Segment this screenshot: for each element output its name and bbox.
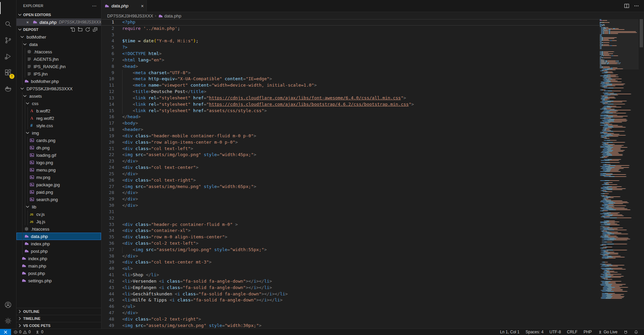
tree-item-ips-range-jhn[interactable]: IPS_RANGE.jhn <box>16 63 101 70</box>
tree-item-post-php[interactable]: post.php <box>16 247 101 255</box>
activity-item-account[interactable] <box>0 297 16 313</box>
eol-status[interactable]: CRLF <box>564 329 581 335</box>
tree-item-lib[interactable]: lib <box>16 203 101 210</box>
code-line[interactable]: 36<div class="col-2 text-left"> <box>101 240 600 247</box>
code-line[interactable]: 2require '../main.php'; <box>101 26 600 32</box>
tree-item-agents-jhn[interactable]: AGENTS.jhn <box>16 55 101 63</box>
code-line[interactable]: 24<div class="col text-center"> <box>101 164 600 171</box>
code-line[interactable]: 13 <link rel="stylesheet" href="https://… <box>101 95 600 101</box>
code-line[interactable]: 34<div class="container-xl"> <box>101 228 600 234</box>
ports-status[interactable]: 0 <box>33 329 46 335</box>
tree-item-ips-jhn[interactable]: IPS.jhn <box>16 70 101 78</box>
activity-item-source-control[interactable] <box>0 32 16 48</box>
code-line[interactable]: 32 <box>101 215 600 222</box>
code-line[interactable]: 15 <link rel="stylesheet" href="assets/c… <box>101 108 600 114</box>
indentation-status[interactable]: Spaces: 4 <box>522 329 546 335</box>
activity-item-explorer[interactable] <box>0 0 16 16</box>
code-line[interactable]: 48<div class="col-2 text-right"> <box>101 316 600 323</box>
tree-item-css[interactable]: css <box>16 100 101 107</box>
tree-item-index-php[interactable]: index.php <box>16 255 101 262</box>
code-line[interactable]: 12 <title>Deutsche Post</title> <box>101 89 600 95</box>
code-line[interactable]: 43<li>Empfangen <i class="fa-solid fa-an… <box>101 285 600 291</box>
tree-item-style-css[interactable]: #style.css <box>16 122 101 129</box>
code-editor[interactable]: 1<?php2require '../main.php';34$time = d… <box>101 19 600 329</box>
code-line[interactable]: 40<ul> <box>101 266 600 272</box>
code-line[interactable]: 6<!DOCTYPE html> <box>101 51 600 57</box>
remote-indicator[interactable] <box>0 329 11 335</box>
code-line[interactable]: 33<div class="header-pc container-fluid … <box>101 222 600 228</box>
activity-item-settings[interactable] <box>0 313 16 329</box>
tree-item-dp7sskj3h98js3xxx[interactable]: DP7SSKJ3H98JS3XXX <box>16 85 101 92</box>
tree-item-b-woff2[interactable]: Ab.woff2 <box>16 107 101 114</box>
code-line[interactable]: 22<img src="assets/img/logo.png" style="… <box>101 152 600 158</box>
scrollbar-track[interactable] <box>639 19 644 329</box>
tree-item-mv-png[interactable]: mv.png <box>16 174 101 181</box>
tree-item-cv-js[interactable]: JScv.js <box>16 210 101 218</box>
activity-item-extensions[interactable]: ! <box>0 64 16 81</box>
code-line[interactable]: 10 <meta http-equiv="X-UA-Compatible" co… <box>101 76 600 82</box>
breadcrumb-item[interactable]: data.php <box>164 13 181 18</box>
code-line[interactable]: 19<div class="header-mobile container-fl… <box>101 133 600 139</box>
tree-item--htaccess[interactable]: .htaccess <box>16 225 101 233</box>
language-mode[interactable]: PHP <box>581 329 595 335</box>
close-icon[interactable]: × <box>25 20 30 25</box>
new-folder-icon[interactable] <box>78 27 83 32</box>
code-line[interactable]: 41<li>Shop </li> <box>101 272 600 278</box>
tree-item-main-php[interactable]: main.php <box>16 262 101 270</box>
section-open-editors[interactable]: OPEN EDITORS <box>16 11 101 18</box>
code-line[interactable]: 11 <meta name="viewport" content="width=… <box>101 82 600 89</box>
code-line[interactable]: 14 <link rel="stylesheet" href="https://… <box>101 101 600 108</box>
section-outline[interactable]: OUTLINE <box>16 308 101 315</box>
tree-item-package-jpg[interactable]: package.jpg <box>16 181 101 188</box>
activity-item-search[interactable] <box>0 16 16 32</box>
code-line[interactable]: 27<img src="assets/img/menu.png" style="… <box>101 184 600 190</box>
tree-item-reg-woff2[interactable]: Areg.woff2 <box>16 114 101 122</box>
code-line[interactable]: 29</div> <box>101 196 600 202</box>
tree-item-data-php[interactable]: data.php <box>16 233 101 240</box>
code-line[interactable]: 8<head> <box>101 63 600 70</box>
code-line[interactable]: 7<html lang="en"> <box>101 57 600 63</box>
activity-item-docker[interactable] <box>0 81 16 97</box>
code-line[interactable]: 23</div> <box>101 158 600 164</box>
problems-status[interactable]: 0 0 <box>11 329 33 335</box>
code-line[interactable]: 21<div class="col text-left"> <box>101 146 600 152</box>
tree-item-paid-png[interactable]: paid.png <box>16 188 101 196</box>
tree-item-botmother-php[interactable]: botMother.php <box>16 78 101 85</box>
tree-item-loading-gif[interactable]: loading.gif <box>16 151 101 159</box>
code-line[interactable]: 4$time = date("Y-m-d, H:i:s"); <box>101 38 600 44</box>
code-line[interactable]: 49<img src="assets/img/search.png" style… <box>101 323 600 329</box>
tree-item-index-php[interactable]: index.php <box>16 240 101 247</box>
tree-item-post-php[interactable]: post.php <box>16 270 101 277</box>
code-line[interactable]: 17<body> <box>101 120 600 127</box>
tree-item-menu-png[interactable]: menu.png <box>16 166 101 174</box>
tree-item--htaccess[interactable]: .htaccess <box>16 48 101 55</box>
more-actions-icon[interactable] <box>634 3 639 9</box>
collapse-all-icon[interactable] <box>92 27 98 32</box>
section-timeline[interactable]: TIMELINE <box>16 315 101 322</box>
code-line[interactable]: 25</div> <box>101 171 600 177</box>
code-line[interactable]: 30</div> <box>101 202 600 209</box>
code-line[interactable]: 45<li>Hilfe & Tipps <i class="fa-solid f… <box>101 297 600 303</box>
tree-item-cards-png[interactable]: cards.png <box>16 137 101 144</box>
code-line[interactable]: 26<div class="col text-right"> <box>101 177 600 184</box>
code-line[interactable]: 47</div> <box>101 310 600 316</box>
refresh-icon[interactable] <box>85 27 90 32</box>
code-line[interactable]: 44<li>Geschäftskunden <i class="fa-solid… <box>101 291 600 297</box>
tree-item-dh-png[interactable]: dh.png <box>16 144 101 151</box>
code-line[interactable]: 3 <box>101 32 600 38</box>
tab-close-icon[interactable]: × <box>141 3 144 9</box>
minimap[interactable] <box>600 19 639 329</box>
code-line[interactable]: 35<div class="row m-0 align-items-center… <box>101 234 600 240</box>
sidebar-more-actions-icon[interactable]: ⋯ <box>92 3 97 8</box>
code-line[interactable]: 39<div class="col text-center mt-3"> <box>101 259 600 266</box>
go-live-button[interactable]: Go Live <box>595 329 620 335</box>
tree-item-data[interactable]: data <box>16 41 101 48</box>
section-folder-depost[interactable]: DEPOST <box>16 26 101 33</box>
code-line[interactable]: 31 <box>101 209 600 215</box>
split-editor-icon[interactable] <box>624 3 630 9</box>
pets-button[interactable] <box>620 329 631 335</box>
code-line[interactable]: 1<?php <box>101 19 600 26</box>
tree-item-jq-js[interactable]: JSJq.js <box>16 218 101 225</box>
code-line[interactable]: 18<header> <box>101 127 600 133</box>
tab-data-php[interactable]: data.php × <box>101 0 147 12</box>
